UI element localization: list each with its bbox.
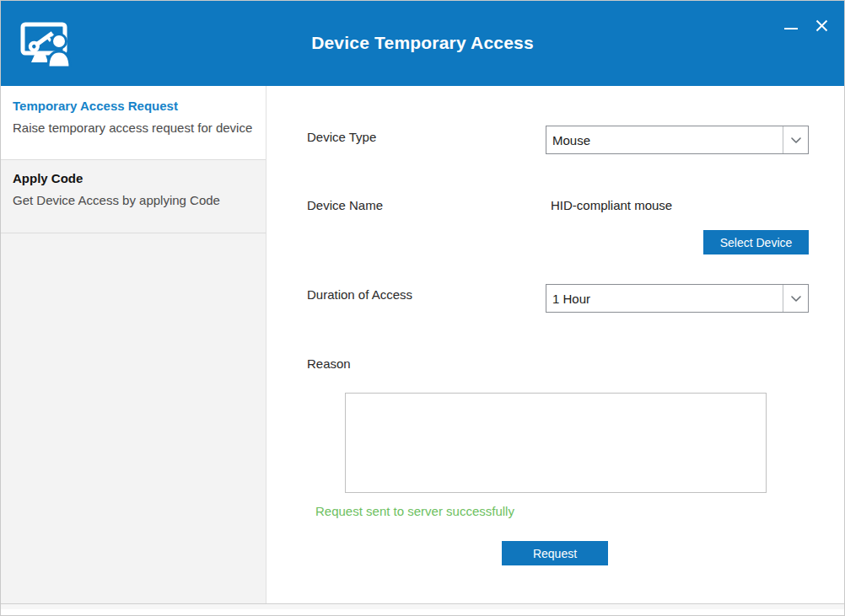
sidebar-item-description: Raise temporary access request for devic… <box>13 121 254 135</box>
sidebar: Temporary Access Request Raise temporary… <box>1 86 266 609</box>
window-title: Device Temporary Access <box>1 33 844 53</box>
body-area: Temporary Access Request Raise temporary… <box>1 86 844 609</box>
sidebar-item-temporary-access-request[interactable]: Temporary Access Request Raise temporary… <box>1 86 266 160</box>
duration-dropdown[interactable]: 1 Hour <box>546 284 809 313</box>
select-device-button[interactable]: Select Device <box>703 230 809 254</box>
request-button[interactable]: Request <box>502 541 608 565</box>
window-bottom-border <box>1 603 844 609</box>
chevron-down-icon[interactable] <box>783 285 808 312</box>
sidebar-item-apply-code[interactable]: Apply Code Get Device Access by applying… <box>1 160 266 233</box>
chevron-down-icon[interactable] <box>783 126 808 153</box>
device-name-label: Device Name <box>307 198 383 212</box>
device-type-selected-value: Mouse <box>546 126 783 153</box>
sidebar-item-title: Temporary Access Request <box>13 99 254 113</box>
minimize-icon <box>784 28 798 29</box>
close-icon <box>815 19 828 32</box>
minimize-button[interactable] <box>780 15 802 35</box>
device-type-dropdown[interactable]: Mouse <box>546 126 809 154</box>
device-temporary-access-window: Device Temporary Access Temporary Access… <box>0 0 845 616</box>
duration-of-access-label: Duration of Access <box>307 287 412 302</box>
sidebar-item-title: Apply Code <box>13 171 254 185</box>
close-button[interactable] <box>810 15 832 35</box>
reason-textarea[interactable] <box>345 393 767 493</box>
duration-selected-value: 1 Hour <box>546 285 783 312</box>
device-name-value: HID-compliant mouse <box>551 198 672 212</box>
main-form: Device Type Mouse Device Name HID-compli… <box>267 86 844 609</box>
status-message: Request sent to server successfully <box>315 504 514 518</box>
title-bar: Device Temporary Access <box>1 1 844 86</box>
reason-label: Reason <box>307 356 351 371</box>
device-type-label: Device Type <box>307 130 376 144</box>
sidebar-item-description: Get Device Access by applying Code <box>13 193 254 207</box>
